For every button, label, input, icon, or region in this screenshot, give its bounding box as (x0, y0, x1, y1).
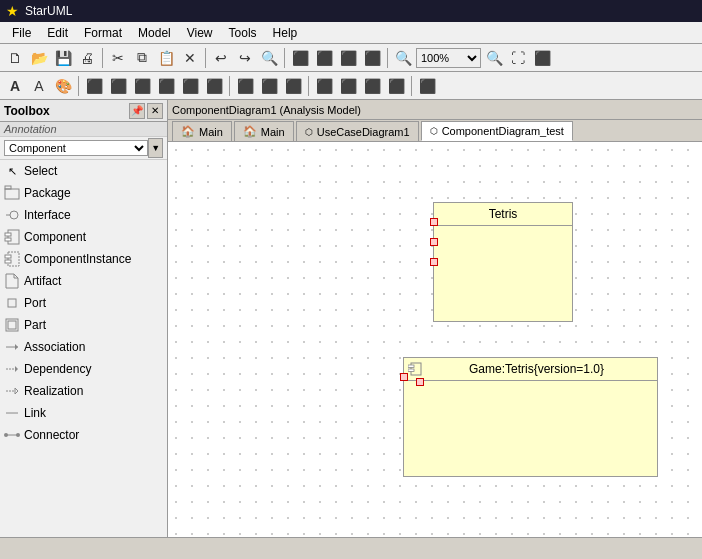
paste-button[interactable]: 📋 (155, 47, 177, 69)
menu-file[interactable]: File (4, 25, 39, 41)
undo-button[interactable]: ↩ (210, 47, 232, 69)
tab-usecase[interactable]: ⬡ UseCaseDiagram1 (296, 121, 419, 141)
toolbar-format: A A 🎨 ⬛ ⬛ ⬛ ⬛ ⬛ ⬛ ⬛ ⬛ ⬛ ⬛ ⬛ ⬛ ⬛ ⬛ (0, 72, 702, 100)
toolbox-title: Toolbox (4, 104, 50, 118)
bring-front[interactable]: ⬛ (313, 75, 335, 97)
diagram-title-bar: ComponentDiagram1 (Analysis Model) (168, 100, 702, 120)
btn1[interactable]: ⬛ (289, 47, 311, 69)
component-game-tetris-body (404, 381, 657, 441)
find-button[interactable]: 🔍 (258, 47, 280, 69)
print-button[interactable]: 🖨 (76, 47, 98, 69)
btn3[interactable]: ⬛ (337, 47, 359, 69)
toolbox-item-label: Package (24, 186, 71, 200)
toolbox-item-link[interactable]: Link (0, 402, 167, 424)
toolbox-item-association[interactable]: Association (0, 336, 167, 358)
toolbox-item-connector[interactable]: Connector (0, 424, 167, 446)
realization-icon (4, 383, 20, 399)
toolbox-item-select[interactable]: ↖ Select (0, 160, 167, 182)
artifact-icon (4, 273, 20, 289)
menu-format[interactable]: Format (76, 25, 130, 41)
port-gt-1[interactable] (400, 373, 408, 381)
btn4[interactable]: ⬛ (361, 47, 383, 69)
fit-button[interactable]: ⛶ (507, 47, 529, 69)
toolbox-item-interface[interactable]: Interface (0, 204, 167, 226)
btn2[interactable]: ⬛ (313, 47, 335, 69)
toolbox-item-artifact[interactable]: Artifact (0, 270, 167, 292)
component-tetris[interactable]: Tetris (433, 202, 573, 322)
toolbox-item-label: Port (24, 296, 46, 310)
align-left[interactable]: ⬛ (83, 75, 105, 97)
dropdown-arrow[interactable]: ▼ (148, 138, 163, 158)
menu-help[interactable]: Help (265, 25, 306, 41)
cut-button[interactable]: ✂ (107, 47, 129, 69)
port-1[interactable] (430, 218, 438, 226)
zoom-out-button[interactable]: 🔍 (392, 47, 414, 69)
save-button[interactable]: 💾 (52, 47, 74, 69)
port-3[interactable] (430, 258, 438, 266)
delete-button[interactable]: ✕ (179, 47, 201, 69)
text-btn[interactable]: A (4, 75, 26, 97)
toolbox-item-port[interactable]: Port (0, 292, 167, 314)
copy-button[interactable]: ⧉ (131, 47, 153, 69)
toolbox-category-select[interactable]: Component Annotation General (4, 140, 148, 156)
toolbox-item-component[interactable]: Component (0, 226, 167, 248)
toolbox-controls: 📌 ✕ (129, 103, 163, 119)
diagram-area: ComponentDiagram1 (Analysis Model) 🏠 Mai… (168, 100, 702, 537)
toolbox-item-part[interactable]: Part (0, 314, 167, 336)
package-icon (4, 185, 20, 201)
toolbox-close[interactable]: ✕ (147, 103, 163, 119)
menu-edit[interactable]: Edit (39, 25, 76, 41)
sep3 (284, 48, 285, 68)
toolbox-item-label: Component (24, 230, 86, 244)
svg-rect-1 (5, 186, 11, 189)
toolbox-item-dependency[interactable]: Dependency (0, 358, 167, 380)
svg-rect-24 (408, 365, 414, 368)
match-h[interactable]: ⬛ (258, 75, 280, 97)
tab-main-1[interactable]: 🏠 Main (172, 121, 232, 141)
toolbox-pin[interactable]: 📌 (129, 103, 145, 119)
canvas[interactable]: Tetris Game:Tetri (168, 142, 702, 537)
new-button[interactable]: 🗋 (4, 47, 26, 69)
menu-tools[interactable]: Tools (221, 25, 265, 41)
toolbox-item-label: Link (24, 406, 46, 420)
tab-main-2[interactable]: 🏠 Main (234, 121, 294, 141)
menu-model[interactable]: Model (130, 25, 179, 41)
open-button[interactable]: 📂 (28, 47, 50, 69)
menu-view[interactable]: View (179, 25, 221, 41)
port-2[interactable] (430, 238, 438, 246)
svg-rect-6 (5, 238, 11, 241)
dist-v[interactable]: ⬛ (203, 75, 225, 97)
zoom-select[interactable]: 100% 75% 50% 150% (416, 48, 481, 68)
color-btn[interactable]: 🎨 (52, 75, 74, 97)
dist-h[interactable]: ⬛ (179, 75, 201, 97)
menu-bar: File Edit Format Model View Tools Help (0, 22, 702, 44)
select-icon: ↖ (4, 163, 20, 179)
toolbox-item-componentinstance[interactable]: ComponentInstance (0, 248, 167, 270)
align-bottom[interactable]: ⬛ (155, 75, 177, 97)
zoom-in-button[interactable]: 🔍 (483, 47, 505, 69)
toolbox-item-realization[interactable]: Realization (0, 380, 167, 402)
align-top[interactable]: ⬛ (131, 75, 153, 97)
font-btn[interactable]: A (28, 75, 50, 97)
match-wh[interactable]: ⬛ (282, 75, 304, 97)
grid-toggle[interactable]: ⬛ (416, 75, 438, 97)
tab-label-3: UseCaseDiagram1 (317, 126, 410, 138)
redo-button[interactable]: ↪ (234, 47, 256, 69)
toolbox-item-label: Association (24, 340, 85, 354)
sep7 (308, 76, 309, 96)
match-w[interactable]: ⬛ (234, 75, 256, 97)
toolbox-item-label: Artifact (24, 274, 61, 288)
toolbox-item-package[interactable]: Package (0, 182, 167, 204)
group[interactable]: ⬛ (361, 75, 383, 97)
ungroup[interactable]: ⬛ (385, 75, 407, 97)
tab-component[interactable]: ⬡ ComponentDiagram_test (421, 121, 573, 141)
send-back[interactable]: ⬛ (337, 75, 359, 97)
component-game-tetris-title: Game:Tetris{version=1.0} (404, 358, 657, 381)
tab-label-2: Main (261, 126, 285, 138)
tab-bar: 🏠 Main 🏠 Main ⬡ UseCaseDiagram1 ⬡ Compon… (168, 120, 702, 142)
align-right[interactable]: ⬛ (107, 75, 129, 97)
zoom-custom[interactable]: ⬛ (531, 47, 553, 69)
port-gt-2[interactable] (416, 378, 424, 386)
toolbox-section-annotation: Annotation (0, 122, 167, 137)
component-game-tetris[interactable]: Game:Tetris{version=1.0} (403, 357, 658, 477)
